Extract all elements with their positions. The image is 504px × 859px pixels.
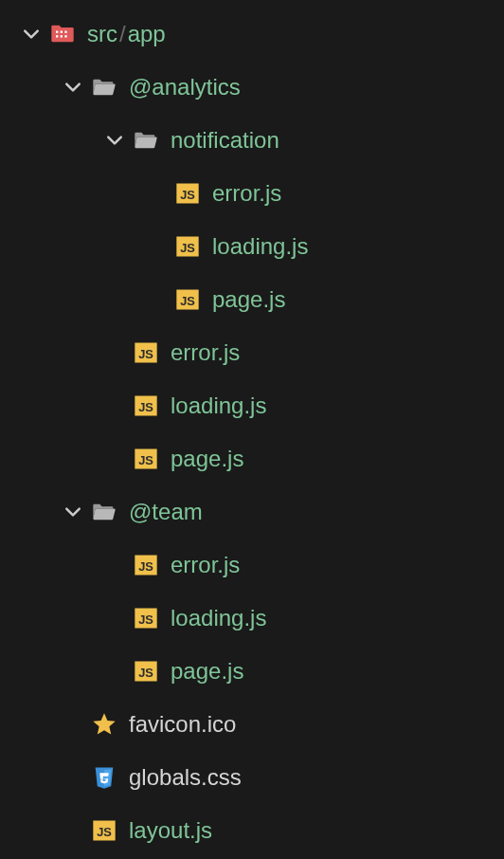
tree-item-label: globals.css xyxy=(129,764,242,791)
js-file-icon: JS xyxy=(133,552,159,578)
root-prefix: src xyxy=(87,21,117,46)
tree-row-file[interactable]: JS layout.js xyxy=(0,804,504,857)
js-file-icon: JS xyxy=(133,605,159,631)
star-icon xyxy=(91,711,117,738)
folder-open-icon xyxy=(133,127,159,154)
tree-item-label: favicon.ico xyxy=(129,711,236,738)
tree-item-label: layout.js xyxy=(129,817,212,844)
svg-rect-2 xyxy=(64,31,66,33)
js-file-icon: JS xyxy=(133,393,159,419)
tree-row-file[interactable]: favicon.ico xyxy=(0,698,504,751)
chevron-down-icon xyxy=(61,500,85,524)
tree-item-label: @team xyxy=(129,499,203,525)
tree-item-label: page.js xyxy=(171,658,243,685)
svg-rect-1 xyxy=(61,31,63,33)
tree-row-file[interactable]: JS error.js xyxy=(0,539,504,592)
chevron-down-icon xyxy=(102,128,127,153)
tree-item-label: notification xyxy=(171,127,279,154)
folder-open-icon xyxy=(91,499,117,525)
tree-row-file[interactable]: JS page.js xyxy=(0,432,504,485)
svg-text:JS: JS xyxy=(138,559,153,574)
js-file-icon: JS xyxy=(91,817,117,844)
svg-text:JS: JS xyxy=(180,188,195,202)
tree-item-label: loading.js xyxy=(171,393,266,419)
css-file-icon xyxy=(91,764,117,791)
tree-item-label: error.js xyxy=(171,339,240,366)
tree-item-label: page.js xyxy=(171,446,243,472)
tree-row-file[interactable]: JS loading.js xyxy=(0,592,504,645)
tree-item-label: loading.js xyxy=(171,605,266,631)
root-name: app xyxy=(128,21,166,46)
svg-text:JS: JS xyxy=(138,453,153,467)
tree-item-label: loading.js xyxy=(212,233,308,260)
tree-row-root[interactable]: src/app xyxy=(0,8,504,61)
tree-row-folder-notification[interactable]: notification xyxy=(0,114,504,167)
tree-row-folder-analytics[interactable]: @analytics xyxy=(0,61,504,114)
tree-row-file[interactable]: JS error.js xyxy=(0,326,504,379)
chevron-down-icon xyxy=(61,75,85,100)
tree-item-label: page.js xyxy=(212,286,285,313)
svg-rect-5 xyxy=(64,35,66,37)
chevron-down-icon xyxy=(19,22,44,46)
tree-row-file[interactable]: JS error.js xyxy=(0,167,504,220)
tree-row-file[interactable]: JS loading.js xyxy=(0,379,504,432)
tree-row-file[interactable]: globals.css xyxy=(0,751,504,804)
js-file-icon: JS xyxy=(133,339,159,366)
js-file-icon: JS xyxy=(174,286,201,313)
folder-root-icon xyxy=(49,21,76,47)
svg-text:JS: JS xyxy=(138,400,153,414)
tree-item-label: @analytics xyxy=(129,74,241,101)
js-file-icon: JS xyxy=(133,446,159,472)
svg-rect-3 xyxy=(56,35,58,37)
tree-row-folder-team[interactable]: @team xyxy=(0,485,504,539)
svg-text:JS: JS xyxy=(138,347,153,361)
root-sep: / xyxy=(119,21,126,46)
js-file-icon: JS xyxy=(174,233,201,260)
tree-row-file[interactable]: JS loading.js xyxy=(0,220,504,273)
svg-rect-4 xyxy=(61,35,63,37)
js-file-icon: JS xyxy=(174,180,201,207)
tree-row-file[interactable]: JS page.js xyxy=(0,273,504,326)
tree-item-label: error.js xyxy=(212,180,281,207)
tree-item-label: src/app xyxy=(87,21,166,47)
svg-text:JS: JS xyxy=(180,294,195,308)
svg-text:JS: JS xyxy=(180,241,195,255)
tree-item-label: error.js xyxy=(171,552,240,578)
folder-open-icon xyxy=(91,74,117,101)
tree-row-file[interactable]: JS page.js xyxy=(0,645,504,698)
svg-text:JS: JS xyxy=(138,612,153,627)
svg-text:JS: JS xyxy=(97,825,112,839)
svg-rect-0 xyxy=(56,31,58,33)
js-file-icon: JS xyxy=(133,658,159,685)
svg-text:JS: JS xyxy=(138,666,153,680)
